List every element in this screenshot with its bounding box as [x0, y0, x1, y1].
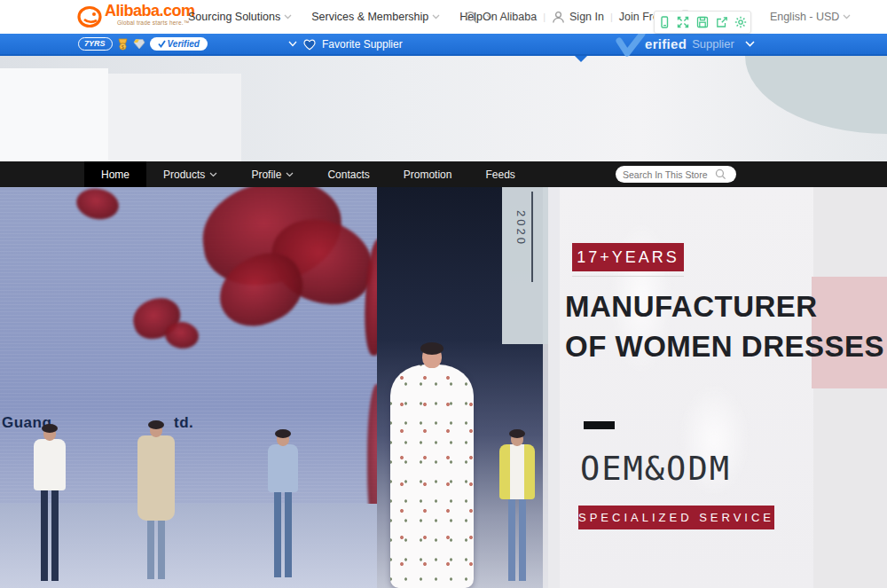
- banner-decoration: [108, 74, 241, 161]
- language-label: English - USD: [770, 11, 840, 23]
- hero-main: Guang td.: [0, 187, 887, 588]
- on-alibaba-label: On Alibaba: [483, 11, 537, 23]
- chevron-down-icon: [432, 14, 440, 20]
- save-icon[interactable]: [695, 14, 710, 30]
- mobile-icon[interactable]: [656, 14, 672, 30]
- tab-contacts[interactable]: Contacts: [310, 161, 386, 187]
- chevron-down-icon: [286, 172, 294, 177]
- banner-decoration: [745, 56, 887, 134]
- store-search-box: [616, 166, 736, 183]
- user-icon: [552, 11, 565, 24]
- dash-decoration: [584, 421, 615, 429]
- gold-medal-icon[interactable]: $: [117, 38, 129, 51]
- tab-label: Feeds: [485, 169, 514, 181]
- chevron-down-icon: [209, 172, 217, 177]
- tab-feeds[interactable]: Feeds: [468, 161, 531, 187]
- diamond-icon[interactable]: [133, 38, 145, 50]
- verified-supplier-light: Supplier: [692, 37, 734, 51]
- dropdown-pointer: [575, 56, 587, 68]
- alibaba-logo-icon: [76, 5, 103, 28]
- oem-odm-label: OEM&ODM: [580, 450, 731, 488]
- chevron-down-icon: [288, 41, 297, 47]
- logo-tagline: Global trade starts here.™: [117, 20, 195, 26]
- language-currency-selector[interactable]: English - USD: [770, 11, 852, 23]
- model-figure: [491, 432, 543, 581]
- runway-photo: Guang td.: [0, 187, 560, 588]
- model-head: [422, 346, 442, 368]
- tab-promotion[interactable]: Promotion: [387, 161, 469, 187]
- tab-label: Contacts: [327, 169, 369, 181]
- search-icon: [465, 11, 478, 24]
- tab-label: Promotion: [404, 169, 452, 181]
- sign-in-link[interactable]: Sign In: [552, 11, 604, 24]
- menu-services-membership[interactable]: Services & Membership: [311, 11, 440, 23]
- expand-icon[interactable]: [675, 14, 691, 30]
- hero-banner: Home Products Profile Contacts Promotion: [0, 56, 887, 588]
- divider: |: [543, 12, 546, 22]
- favorite-supplier-label: Favorite Supplier: [322, 38, 403, 51]
- model-head: [150, 423, 162, 437]
- vertical-line: [531, 192, 533, 282]
- chevron-down-icon: [745, 41, 755, 47]
- model-figure: [261, 432, 305, 577]
- chevron-down-icon: [284, 14, 292, 20]
- favorite-supplier-button[interactable]: Favorite Supplier: [288, 34, 403, 54]
- tab-products[interactable]: Products: [146, 161, 234, 187]
- banner-decoration: [0, 68, 108, 161]
- top-bar: Alibaba.com Global trade starts here.™ S…: [0, 0, 887, 34]
- headline-line2: OF WOMEN DRESSES: [565, 326, 884, 366]
- tab-label: Home: [101, 169, 130, 181]
- top-menu: Sourcing Solutions Services & Membership…: [188, 0, 494, 34]
- alibaba-store-page: Alibaba.com Global trade starts here.™ S…: [0, 0, 887, 588]
- tab-profile[interactable]: Profile: [234, 161, 310, 187]
- store-nav: Home Products Profile Contacts Promotion: [0, 161, 887, 187]
- chevron-down-icon: [843, 14, 851, 20]
- logo-brand: Alibaba.com: [105, 3, 195, 20]
- settings-gear-icon[interactable]: [733, 14, 749, 30]
- headline-line1: MANUFACTURER: [565, 286, 884, 326]
- main-model-figure: [383, 346, 481, 588]
- year-label: 2020: [514, 210, 528, 247]
- banner-top-band: [0, 56, 887, 161]
- search-on-alibaba[interactable]: On Alibaba: [465, 11, 537, 24]
- menu-sourcing-solutions[interactable]: Sourcing Solutions: [188, 11, 292, 23]
- divider: |: [610, 12, 613, 22]
- menu-label: Services & Membership: [311, 11, 428, 23]
- model-head: [277, 432, 289, 446]
- supplier-bar: 7YRS $ Verified Favorite Supplier: [0, 34, 887, 56]
- menu-label: Sourcing Solutions: [188, 11, 280, 23]
- verified-check-icon: [616, 32, 646, 57]
- supplier-badges: 7YRS $ Verified: [78, 34, 208, 54]
- alibaba-logo[interactable]: Alibaba.com Global trade starts here.™: [76, 3, 195, 28]
- verified-supplier-dropdown[interactable]: erified Supplier: [616, 34, 755, 54]
- model-figure: [27, 427, 73, 581]
- headline: MANUFACTURER OF WOMEN DRESSES: [565, 286, 884, 366]
- extension-toolbar: [654, 11, 751, 34]
- heart-icon: [302, 38, 317, 51]
- years-banner: 17+YEARS: [572, 243, 684, 271]
- model-head: [43, 427, 56, 441]
- model-figure: [131, 423, 181, 579]
- service-banner: SPECIALIZED SERVICE: [578, 506, 774, 529]
- year-panel: 2020: [502, 187, 548, 344]
- model-head: [511, 432, 523, 446]
- verified-badge-label: Verified: [168, 38, 200, 50]
- tab-home[interactable]: Home: [84, 161, 146, 187]
- floral-dress: [390, 365, 474, 588]
- years-badge[interactable]: 7YRS: [78, 37, 113, 51]
- years-underline: [572, 276, 684, 277]
- verified-badge[interactable]: Verified: [150, 37, 208, 51]
- search-icon[interactable]: [715, 169, 726, 180]
- tab-label: Products: [163, 169, 205, 181]
- tab-label: Profile: [251, 169, 281, 181]
- sign-in-label: Sign In: [569, 11, 604, 23]
- share-icon[interactable]: [714, 14, 730, 30]
- store-search-input[interactable]: [623, 169, 715, 180]
- verified-supplier-bold: erified: [645, 36, 687, 51]
